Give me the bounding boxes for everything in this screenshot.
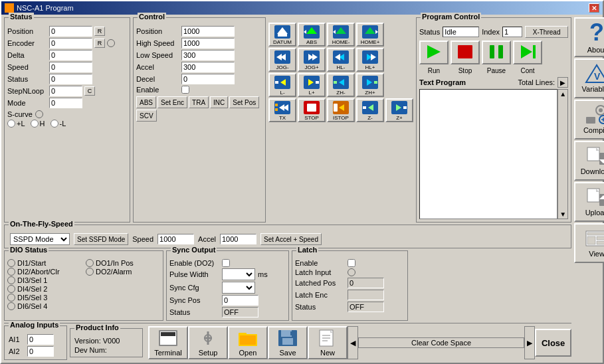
pc-status-input[interactable] [443, 27, 479, 37]
di1-led [7, 259, 15, 267]
save-button[interactable]: Save [268, 326, 308, 359]
set-ssfd-button[interactable]: Set SSFD Mode [74, 233, 128, 245]
set-enc-button[interactable]: Set Enc [157, 96, 187, 108]
mode-label: Mode [7, 99, 47, 107]
position-r-button[interactable]: R [94, 27, 105, 36]
di3-led [7, 276, 15, 284]
zh-plus-button[interactable]: ZH+ [356, 73, 384, 97]
x-thread-button[interactable]: X-Thread [525, 26, 568, 38]
download-button[interactable]: Download [574, 141, 604, 181]
z-minus-button[interactable]: Z- [356, 98, 384, 122]
h-radio-item[interactable]: H [31, 120, 45, 128]
ctrl-accel-input[interactable] [181, 62, 235, 72]
delta-input[interactable] [49, 50, 92, 60]
save-icon [277, 329, 298, 347]
z-plus-button[interactable]: Z+ [385, 98, 413, 122]
hl-minus-button[interactable]: HL- [327, 48, 355, 72]
close-button[interactable]: Close [535, 329, 571, 357]
abs-jog-button[interactable]: ABS [298, 23, 326, 46]
scv-button[interactable]: SCV [136, 110, 157, 122]
di4-item: DI4/Sel 2 [7, 285, 82, 293]
l-minus-button[interactable]: L- [268, 73, 296, 97]
zh-minus-button[interactable]: ZH- [327, 73, 355, 97]
text-program-area[interactable] [419, 89, 557, 219]
l-plus-button[interactable]: L+ [298, 73, 326, 97]
set-accel-speed-button[interactable]: Set Accel + Speed [260, 233, 322, 245]
ai1-input[interactable] [27, 334, 54, 345]
svg-rect-29 [316, 81, 319, 84]
minus-l-radio-item[interactable]: -L [50, 120, 66, 128]
new-button[interactable]: New [308, 326, 348, 359]
minus-l-radio[interactable] [50, 120, 58, 128]
ai2-input[interactable] [27, 346, 54, 357]
stepnloop-input[interactable] [49, 86, 82, 96]
ctrl-highspeed-input[interactable] [181, 38, 235, 48]
stepnloop-c-button[interactable]: C [84, 86, 95, 96]
inc-button[interactable]: INC [210, 96, 228, 108]
compile-button[interactable]: Compile [574, 100, 604, 139]
variables-button[interactable]: V Variables [574, 58, 604, 98]
status-val-input[interactable] [49, 74, 92, 84]
about-button[interactable]: ? About [574, 17, 604, 57]
pc-index-input[interactable] [502, 27, 522, 37]
ctrl-lowspeed-input[interactable] [181, 50, 235, 60]
close-window-button[interactable]: ✕ [589, 3, 599, 13]
program-control-group: Program Control Status Index X-Thread [416, 17, 571, 223]
jog-plus-button[interactable]: JOG+ [298, 48, 326, 72]
ctrl-enable-checkbox[interactable] [181, 86, 189, 94]
ctrl-position-input[interactable] [181, 26, 235, 37]
plus-l-radio-item[interactable]: +L [7, 120, 25, 128]
pc-stop-button[interactable] [451, 41, 480, 64]
tx-button[interactable]: TX [268, 98, 296, 122]
pause-button[interactable] [482, 41, 511, 64]
position-input[interactable] [49, 26, 92, 37]
home-minus-button[interactable]: HOME- [327, 23, 355, 46]
compile-icon [585, 105, 604, 125]
otf-accel-input[interactable] [220, 234, 256, 244]
plus-l-label: +L [17, 120, 25, 128]
clear-code-button[interactable]: Clear Code Space [358, 337, 524, 348]
view-button[interactable]: View [574, 223, 604, 263]
tra-button[interactable]: TRA [189, 96, 209, 108]
open-button[interactable]: Open [228, 326, 268, 359]
stop-button[interactable]: STOP [298, 98, 326, 122]
expand-button[interactable]: ▶ [557, 77, 568, 88]
ctrl-decel-input[interactable] [181, 74, 235, 84]
datum-button[interactable]: DATUM [268, 23, 296, 46]
otf-speed-input[interactable] [157, 234, 194, 244]
sync-enable-checkbox[interactable] [222, 259, 230, 267]
scroll-down-btn[interactable]: ▼ [559, 211, 566, 218]
upload-label: Upload [585, 209, 604, 217]
mode-input[interactable] [49, 98, 82, 108]
ctrl-enable-row: Enable [136, 86, 262, 94]
scroll-left-btn[interactable]: ◀ [348, 326, 358, 359]
upload-button[interactable]: Upload [574, 182, 604, 222]
latch-input-label: Latch Input [295, 268, 345, 276]
ctrl-highspeed-row: High Speed [136, 38, 262, 48]
sync-pw-select[interactable] [222, 268, 255, 280]
setup-button[interactable]: Setup [188, 326, 228, 359]
hl-plus-button[interactable]: HL+ [356, 48, 384, 72]
svg-rect-99 [587, 236, 595, 244]
istop-button[interactable]: ISTOP [327, 98, 355, 122]
cont-button[interactable] [513, 41, 542, 64]
encoder-input[interactable] [49, 38, 92, 48]
sync-cfg-select[interactable] [222, 282, 255, 294]
svg-rect-60 [161, 332, 175, 333]
speed-input[interactable] [49, 62, 92, 72]
jog-minus-button[interactable]: JOG- [268, 48, 296, 72]
set-pos-button[interactable]: Set Pos [229, 96, 259, 108]
plus-l-radio[interactable] [7, 120, 15, 128]
scroll-up-btn[interactable]: ▲ [559, 90, 566, 98]
encoder-r-button[interactable]: R [94, 39, 105, 48]
latch-enable-checkbox[interactable] [348, 259, 355, 267]
sspd-mode-select[interactable]: SSPD Mode [10, 233, 70, 245]
abs-button[interactable]: ABS [136, 96, 156, 108]
sync-pos-input[interactable] [222, 295, 258, 306]
run-button[interactable] [419, 41, 449, 64]
home-plus-button[interactable]: HOME+ [356, 23, 384, 46]
otf-accel-label: Accel [198, 235, 216, 243]
terminal-button[interactable]: Terminal [148, 326, 188, 359]
h-radio[interactable] [31, 120, 39, 128]
scroll-right-btn[interactable]: ▶ [524, 326, 535, 359]
